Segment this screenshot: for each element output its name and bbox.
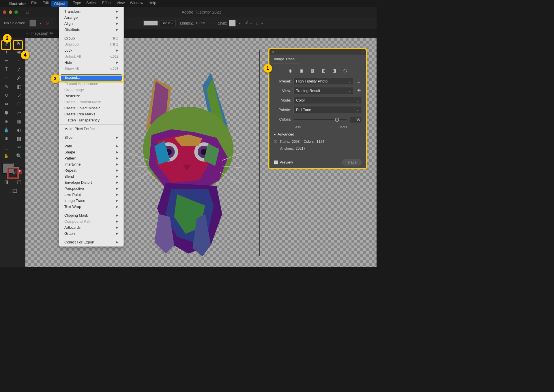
hand-tool[interactable]: ✋ [1, 151, 12, 160]
menu-item-lock[interactable]: Lock▶ [59, 47, 123, 53]
view-eye-icon[interactable]: 👁 [356, 89, 362, 93]
fill-swatch[interactable] [29, 20, 36, 27]
advanced-toggle[interactable]: ▸ Advanced [274, 132, 362, 136]
preset-6color-icon[interactable]: ◧ [321, 68, 326, 74]
pen-tool[interactable]: ✒ [1, 56, 12, 65]
image-trace-tab[interactable]: Image Trace [270, 55, 299, 64]
opacity-value[interactable]: 100% [195, 21, 205, 25]
menu-file[interactable]: File [31, 1, 37, 7]
menu-item-pattern[interactable]: Pattern▶ [59, 155, 123, 161]
menu-item-collect-for-export[interactable]: Collect For Export▶ [59, 239, 123, 245]
menu-item-align[interactable]: Align▶ [59, 20, 123, 27]
scale-tool[interactable]: ⤢ [13, 91, 25, 100]
menu-item-create-trim-marks[interactable]: Create Trim Marks [59, 111, 123, 117]
menu-item-envelope-distort[interactable]: Envelope Distort▶ [59, 179, 123, 185]
gradient-tool[interactable]: ▦ [13, 117, 25, 125]
menu-item-arrange[interactable]: Arrange▶ [59, 14, 123, 20]
menu-item-text-wrap[interactable]: Text Wrap▶ [59, 204, 123, 210]
eraser-tool[interactable]: ◧ [13, 82, 25, 91]
edit-toolbar-icon[interactable]: ⬚⬚ [1, 186, 25, 195]
palette-select[interactable]: Full Tone [293, 106, 362, 113]
stroke-style-select[interactable]: Basic ⌄ [160, 20, 176, 26]
menu-select[interactable]: Select [86, 1, 97, 7]
symbol-sprayer-tool[interactable]: ✱ [1, 134, 12, 143]
preset-photo-icon[interactable]: ▣ [299, 68, 304, 74]
menu-item-flatten-transparency[interactable]: Flatten Transparency... [59, 117, 123, 123]
mode-select[interactable]: Color [293, 97, 362, 104]
menu-item-transform[interactable]: Transform▶ [59, 8, 123, 14]
free-transform-tool[interactable]: ⬚ [13, 100, 25, 108]
style-dropdown-icon[interactable] [237, 21, 241, 25]
blend-tool[interactable]: ◐ [13, 125, 25, 134]
tab-close-icon[interactable]: × [26, 31, 28, 36]
shaper-tool[interactable]: ✎ [1, 82, 12, 91]
menu-object[interactable]: Object [51, 1, 68, 7]
menu-item-make-pixel-perfect[interactable]: Make Pixel Perfect [59, 126, 123, 132]
maximize-button[interactable] [14, 10, 18, 14]
align-icon[interactable]: ⫝̸ ⌄ [245, 21, 252, 25]
preset-outline-icon[interactable]: ⬠ [342, 68, 348, 74]
menu-effect[interactable]: Effect [102, 1, 111, 7]
panel-collapse-icon[interactable]: ‹‹ [361, 50, 364, 54]
fill-dropdown-icon[interactable] [38, 21, 42, 25]
pathfinder-icon[interactable]: ⬚ ⌄ [256, 21, 264, 25]
stroke-preview[interactable] [143, 20, 158, 26]
line-tool[interactable]: ╱ [13, 65, 25, 74]
menu-item-create-object-mosaic[interactable]: Create Object Mosaic... [59, 105, 123, 111]
preset-3color-icon[interactable]: ▦ [310, 68, 315, 74]
panel-close-icon[interactable]: × [272, 50, 274, 54]
colors-slider[interactable] [293, 119, 347, 120]
menu-item-expand[interactable]: Expand... [61, 74, 122, 81]
menu-item-graph[interactable]: Graph▶ [59, 230, 123, 237]
preview-checkbox[interactable]: ✓Preview [274, 160, 293, 165]
home-icon[interactable]: ⌂ [26, 9, 29, 15]
preset-grayscale-icon[interactable]: ◨ [332, 68, 337, 74]
mesh-tool[interactable]: ⊞ [1, 117, 12, 125]
style-swatch[interactable] [229, 20, 236, 27]
menu-edit[interactable]: Edit [42, 1, 49, 7]
menu-item-perspective[interactable]: Perspective▶ [59, 185, 123, 192]
menu-item-slice[interactable]: Slice▶ [59, 134, 123, 140]
menu-item-distribute[interactable]: Distribute▶ [59, 27, 123, 33]
menu-item-rasterize[interactable]: Rasterize... [59, 93, 123, 99]
rectangle-tool[interactable]: ▭ [1, 74, 12, 82]
minimize-button[interactable] [9, 10, 12, 14]
eyedropper-tool[interactable]: 💧 [1, 125, 12, 134]
direct-selection-tool[interactable] [13, 39, 25, 48]
menu-item-shape[interactable]: Shape▶ [59, 149, 123, 155]
paintbrush-tool[interactable]: 🖌 [13, 74, 25, 82]
artboard-tool[interactable]: ▢ [1, 143, 12, 151]
menu-type[interactable]: Type [73, 1, 81, 7]
menu-item-group[interactable]: Group⌘G [59, 35, 123, 41]
stroke-color[interactable] [8, 168, 18, 179]
menu-help[interactable]: Help [148, 1, 156, 7]
shape-builder-tool[interactable]: ⬢ [1, 108, 12, 117]
width-tool[interactable]: ⇔ [1, 100, 12, 108]
menu-item-hide[interactable]: Hide▶ [59, 59, 123, 65]
menu-item-image-trace[interactable]: Image Trace▶ [59, 198, 123, 204]
menu-item-intertwine[interactable]: Intertwine▶ [59, 161, 123, 167]
preset-select[interactable]: High Fidelity Photo [293, 78, 354, 85]
menu-view[interactable]: View [117, 1, 125, 7]
trace-button[interactable]: Trace [342, 159, 362, 166]
menu-item-path[interactable]: Path▶ [59, 143, 123, 149]
slice-tool[interactable]: ✂ [13, 143, 25, 151]
preset-menu-icon[interactable]: ☰ [356, 79, 362, 83]
fill-stroke-picker[interactable] [1, 162, 25, 181]
menu-item-repeat[interactable]: Repeat▶ [59, 167, 123, 173]
document-tab[interactable]: Image.png* @ [31, 31, 53, 35]
view-select[interactable]: Tracing Result [293, 87, 354, 94]
type-tool[interactable]: T [1, 65, 12, 74]
rotate-tool[interactable]: ↻ [1, 91, 12, 100]
close-button[interactable] [3, 10, 6, 14]
menu-item-live-paint[interactable]: Live Paint▶ [59, 192, 123, 198]
colors-value[interactable]: 85 [350, 117, 362, 123]
menu-window[interactable]: Window [130, 1, 143, 7]
menu-item-clipping-mask[interactable]: Clipping Mask▶ [59, 212, 123, 218]
menu-item-artboards[interactable]: Artboards▶ [59, 224, 123, 230]
zoom-tool[interactable]: 🔍 [13, 151, 25, 160]
opacity-more-icon[interactable]: › [212, 21, 214, 25]
magic-wand-tool[interactable]: ✦ [1, 48, 12, 56]
menu-item-blend[interactable]: Blend▶ [59, 173, 123, 179]
perspective-tool[interactable]: ▱ [13, 108, 25, 117]
